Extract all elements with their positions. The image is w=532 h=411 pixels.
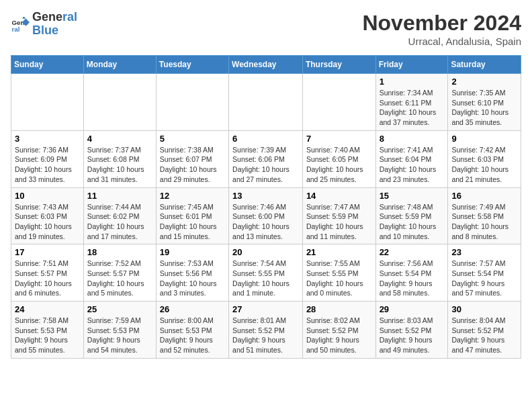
calendar-cell: 10Sunrise: 7:43 AM Sunset: 6:03 PM Dayli… bbox=[11, 187, 84, 244]
calendar-cell: 12Sunrise: 7:45 AM Sunset: 6:01 PM Dayli… bbox=[156, 187, 228, 244]
calendar-cell bbox=[302, 74, 375, 131]
day-number: 14 bbox=[306, 191, 372, 201]
calendar-week-2: 3Sunrise: 7:36 AM Sunset: 6:09 PM Daylig… bbox=[11, 130, 521, 187]
calendar-cell bbox=[11, 74, 84, 131]
day-number: 24 bbox=[15, 304, 80, 314]
day-info: Sunrise: 7:35 AM Sunset: 6:10 PM Dayligh… bbox=[451, 88, 517, 128]
day-number: 18 bbox=[87, 247, 152, 257]
day-info: Sunrise: 8:02 AM Sunset: 5:52 PM Dayligh… bbox=[306, 316, 372, 355]
calendar-cell: 21Sunrise: 7:55 AM Sunset: 5:55 PM Dayli… bbox=[302, 244, 375, 302]
day-number: 2 bbox=[451, 77, 517, 87]
day-info: Sunrise: 7:39 AM Sunset: 6:06 PM Dayligh… bbox=[232, 145, 299, 185]
calendar-cell: 28Sunrise: 8:02 AM Sunset: 5:52 PM Dayli… bbox=[302, 302, 375, 359]
calendar-week-4: 17Sunrise: 7:51 AM Sunset: 5:57 PM Dayli… bbox=[11, 244, 521, 302]
calendar-cell: 13Sunrise: 7:46 AM Sunset: 6:00 PM Dayli… bbox=[229, 187, 303, 244]
day-number: 15 bbox=[380, 191, 445, 201]
calendar-week-1: 1Sunrise: 7:34 AM Sunset: 6:11 PM Daylig… bbox=[11, 74, 521, 131]
header-friday: Friday bbox=[375, 56, 448, 74]
day-number: 8 bbox=[380, 134, 445, 144]
day-number: 20 bbox=[232, 247, 299, 257]
day-info: Sunrise: 7:57 AM Sunset: 5:54 PM Dayligh… bbox=[451, 259, 517, 298]
day-info: Sunrise: 7:48 AM Sunset: 5:59 PM Dayligh… bbox=[380, 202, 445, 242]
day-info: Sunrise: 7:55 AM Sunset: 5:55 PM Dayligh… bbox=[306, 259, 372, 298]
day-info: Sunrise: 7:51 AM Sunset: 5:57 PM Dayligh… bbox=[15, 259, 80, 298]
calendar-cell: 15Sunrise: 7:48 AM Sunset: 5:59 PM Dayli… bbox=[375, 187, 448, 244]
calendar-week-3: 10Sunrise: 7:43 AM Sunset: 6:03 PM Dayli… bbox=[11, 187, 521, 244]
calendar-cell: 23Sunrise: 7:57 AM Sunset: 5:54 PM Dayli… bbox=[448, 244, 521, 302]
day-info: Sunrise: 7:52 AM Sunset: 5:57 PM Dayligh… bbox=[87, 259, 152, 298]
day-info: Sunrise: 7:56 AM Sunset: 5:54 PM Dayligh… bbox=[380, 259, 445, 298]
day-info: Sunrise: 7:41 AM Sunset: 6:04 PM Dayligh… bbox=[380, 145, 445, 185]
day-number: 3 bbox=[15, 134, 80, 144]
day-info: Sunrise: 8:00 AM Sunset: 5:53 PM Dayligh… bbox=[160, 316, 225, 355]
day-number: 29 bbox=[380, 304, 445, 314]
calendar-cell: 4Sunrise: 7:37 AM Sunset: 6:08 PM Daylig… bbox=[83, 130, 156, 187]
day-number: 10 bbox=[15, 191, 80, 201]
svg-text:ral: ral bbox=[11, 26, 19, 33]
day-info: Sunrise: 7:40 AM Sunset: 6:05 PM Dayligh… bbox=[306, 145, 372, 185]
calendar-cell: 17Sunrise: 7:51 AM Sunset: 5:57 PM Dayli… bbox=[11, 244, 84, 302]
day-number: 9 bbox=[451, 134, 517, 144]
calendar-week-5: 24Sunrise: 7:58 AM Sunset: 5:53 PM Dayli… bbox=[11, 302, 521, 359]
calendar-header-row: SundayMondayTuesdayWednesdayThursdayFrid… bbox=[11, 56, 521, 74]
calendar-cell: 1Sunrise: 7:34 AM Sunset: 6:11 PM Daylig… bbox=[375, 74, 448, 131]
calendar-cell: 8Sunrise: 7:41 AM Sunset: 6:04 PM Daylig… bbox=[375, 130, 448, 187]
day-number: 1 bbox=[380, 77, 445, 87]
day-number: 23 bbox=[451, 247, 517, 257]
day-number: 30 bbox=[451, 304, 517, 314]
day-number: 6 bbox=[232, 134, 299, 144]
calendar-cell: 7Sunrise: 7:40 AM Sunset: 6:05 PM Daylig… bbox=[302, 130, 375, 187]
day-info: Sunrise: 7:38 AM Sunset: 6:07 PM Dayligh… bbox=[160, 145, 225, 185]
calendar-cell: 26Sunrise: 8:00 AM Sunset: 5:53 PM Dayli… bbox=[156, 302, 228, 359]
calendar-cell: 9Sunrise: 7:42 AM Sunset: 6:03 PM Daylig… bbox=[448, 130, 521, 187]
day-info: Sunrise: 7:42 AM Sunset: 6:03 PM Dayligh… bbox=[451, 145, 517, 185]
page-header: Gene ral GeneralBlue November 2024 Urrac… bbox=[11, 11, 521, 47]
calendar-cell: 18Sunrise: 7:52 AM Sunset: 5:57 PM Dayli… bbox=[83, 244, 156, 302]
calendar-cell: 11Sunrise: 7:44 AM Sunset: 6:02 PM Dayli… bbox=[83, 187, 156, 244]
calendar-cell: 16Sunrise: 7:49 AM Sunset: 5:58 PM Dayli… bbox=[448, 187, 521, 244]
day-number: 13 bbox=[232, 191, 299, 201]
day-number: 28 bbox=[306, 304, 372, 314]
day-info: Sunrise: 7:43 AM Sunset: 6:03 PM Dayligh… bbox=[15, 202, 80, 242]
calendar-cell bbox=[83, 74, 156, 131]
logo-text: GeneralBlue bbox=[32, 11, 77, 38]
day-info: Sunrise: 7:54 AM Sunset: 5:55 PM Dayligh… bbox=[232, 259, 299, 298]
day-number: 17 bbox=[15, 247, 80, 257]
day-info: Sunrise: 7:49 AM Sunset: 5:58 PM Dayligh… bbox=[451, 202, 517, 242]
day-info: Sunrise: 7:44 AM Sunset: 6:02 PM Dayligh… bbox=[87, 202, 152, 242]
day-number: 19 bbox=[160, 247, 225, 257]
logo-icon: Gene ral bbox=[11, 15, 30, 34]
day-info: Sunrise: 8:03 AM Sunset: 5:52 PM Dayligh… bbox=[380, 316, 445, 355]
calendar-cell: 30Sunrise: 8:04 AM Sunset: 5:52 PM Dayli… bbox=[448, 302, 521, 359]
day-number: 21 bbox=[306, 247, 372, 257]
header-tuesday: Tuesday bbox=[156, 56, 228, 74]
calendar-cell bbox=[229, 74, 303, 131]
logo: Gene ral GeneralBlue bbox=[11, 11, 77, 38]
day-info: Sunrise: 8:04 AM Sunset: 5:52 PM Dayligh… bbox=[451, 316, 517, 355]
day-info: Sunrise: 7:45 AM Sunset: 6:01 PM Dayligh… bbox=[160, 202, 225, 242]
header-thursday: Thursday bbox=[302, 56, 375, 74]
day-info: Sunrise: 7:53 AM Sunset: 5:56 PM Dayligh… bbox=[160, 259, 225, 298]
calendar-cell: 5Sunrise: 7:38 AM Sunset: 6:07 PM Daylig… bbox=[156, 130, 228, 187]
title-area: November 2024 Urracal, Andalusia, Spain bbox=[362, 11, 521, 47]
day-info: Sunrise: 8:01 AM Sunset: 5:52 PM Dayligh… bbox=[232, 316, 299, 355]
day-number: 7 bbox=[306, 134, 372, 144]
day-number: 5 bbox=[160, 134, 225, 144]
day-number: 25 bbox=[87, 304, 152, 314]
month-title: November 2024 bbox=[362, 11, 521, 36]
day-info: Sunrise: 7:58 AM Sunset: 5:53 PM Dayligh… bbox=[15, 316, 80, 355]
calendar-cell: 24Sunrise: 7:58 AM Sunset: 5:53 PM Dayli… bbox=[11, 302, 84, 359]
calendar-cell: 29Sunrise: 8:03 AM Sunset: 5:52 PM Dayli… bbox=[375, 302, 448, 359]
calendar-cell: 6Sunrise: 7:39 AM Sunset: 6:06 PM Daylig… bbox=[229, 130, 303, 187]
location: Urracal, Andalusia, Spain bbox=[362, 36, 521, 47]
calendar-cell: 22Sunrise: 7:56 AM Sunset: 5:54 PM Dayli… bbox=[375, 244, 448, 302]
day-info: Sunrise: 7:59 AM Sunset: 5:53 PM Dayligh… bbox=[87, 316, 152, 355]
day-info: Sunrise: 7:46 AM Sunset: 6:00 PM Dayligh… bbox=[232, 202, 299, 242]
header-sunday: Sunday bbox=[11, 56, 84, 74]
day-info: Sunrise: 7:37 AM Sunset: 6:08 PM Dayligh… bbox=[87, 145, 152, 185]
header-monday: Monday bbox=[83, 56, 156, 74]
day-number: 4 bbox=[87, 134, 152, 144]
header-saturday: Saturday bbox=[448, 56, 521, 74]
day-number: 27 bbox=[232, 304, 299, 314]
day-number: 16 bbox=[451, 191, 517, 201]
